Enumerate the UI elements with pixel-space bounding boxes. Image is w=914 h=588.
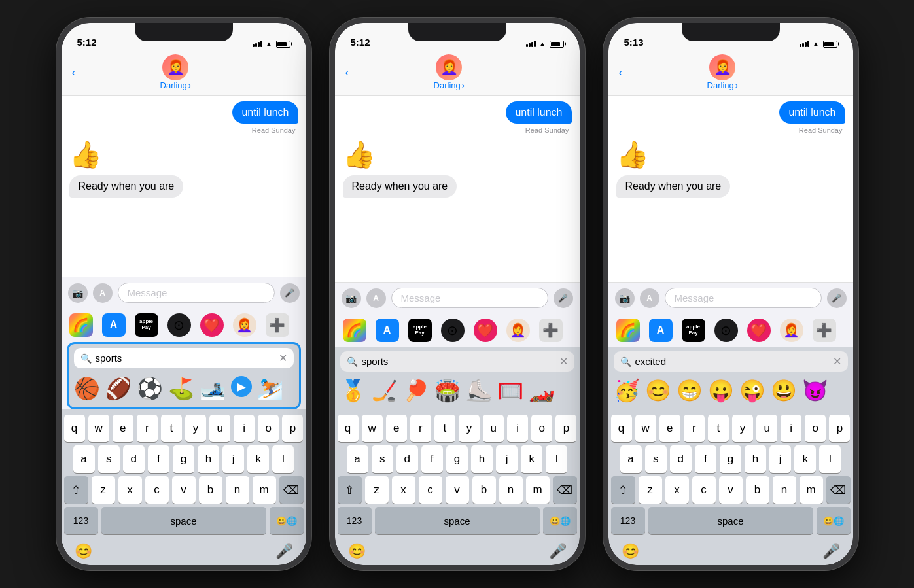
emoji-3-1[interactable]: 😊 (645, 378, 671, 403)
emoji-3-3[interactable]: 😛 (708, 378, 734, 403)
camera-button-3[interactable]: 📷 (615, 288, 635, 308)
clear-button-2[interactable]: ✕ (559, 355, 568, 368)
key-3-o[interactable]: o (805, 415, 826, 442)
emoji-1-2[interactable]: ⚽ (137, 376, 163, 401)
key-2-i[interactable]: i (507, 415, 528, 442)
screentime-app-2[interactable]: ⊙ (441, 319, 465, 342)
key-n[interactable]: n (226, 476, 249, 504)
applepay-app-3[interactable]: apple Pay (682, 319, 705, 342)
key-m[interactable]: m (253, 476, 276, 504)
key-2-t[interactable]: t (434, 415, 455, 442)
emoji-1-1[interactable]: 🏈 (105, 376, 132, 401)
key-b[interactable]: b (199, 476, 222, 504)
emoji-3-2[interactable]: 😁 (677, 378, 703, 403)
key-2-d[interactable]: d (396, 445, 418, 473)
more-arrow-1[interactable]: ▶ (231, 376, 252, 397)
message-input-2[interactable]: Message (391, 288, 548, 308)
key-3-e[interactable]: e (659, 415, 680, 442)
key-3-t[interactable]: t (708, 415, 729, 442)
key-2-m[interactable]: m (526, 476, 550, 504)
key-3-z[interactable]: z (639, 476, 662, 504)
emoji-1-5[interactable]: ⛷️ (257, 376, 283, 401)
key-2-j[interactable]: j (496, 445, 518, 473)
more-app-3[interactable]: ➕ (813, 319, 836, 342)
space-key-1[interactable]: space (101, 507, 266, 534)
key-j[interactable]: j (222, 445, 244, 473)
space-key-2[interactable]: space (375, 507, 540, 534)
key-a[interactable]: a (73, 445, 95, 473)
emoji-1-0[interactable]: 🏀 (74, 376, 100, 401)
screentime-app-3[interactable]: ⊙ (714, 319, 738, 342)
key-3-f[interactable]: f (695, 445, 716, 473)
emoji-1-3[interactable]: ⛳ (168, 376, 194, 401)
heart-app-1[interactable]: ❤️ (200, 313, 224, 337)
key-2-a[interactable]: a (347, 445, 368, 473)
shift-key-1[interactable]: ⇧ (64, 476, 88, 504)
shift-key-2[interactable]: ⇧ (338, 476, 362, 504)
emoji-2-2[interactable]: 🏓 (403, 378, 429, 403)
key-2-w[interactable]: w (362, 415, 383, 442)
emoji-bottom-1[interactable]: 😊 (75, 543, 92, 560)
apps-button-1[interactable]: A (93, 283, 113, 303)
key-3-s[interactable]: s (645, 445, 667, 473)
key-3-p[interactable]: p (829, 415, 850, 442)
message-input-3[interactable]: Message (665, 288, 822, 308)
key-k[interactable]: k (247, 445, 269, 473)
key-3-x[interactable]: x (665, 476, 689, 504)
photos-app-3[interactable]: 🌈 (616, 319, 640, 342)
screentime-app-1[interactable]: ⊙ (167, 313, 191, 337)
shift-key-3[interactable]: ⇧ (611, 476, 635, 504)
key-2-u[interactable]: u (483, 415, 504, 442)
mic-bottom-3[interactable]: 🎤 (822, 543, 840, 560)
key-2-n[interactable]: n (499, 476, 523, 504)
key-c[interactable]: c (145, 476, 169, 504)
key-2-y[interactable]: y (459, 415, 480, 442)
photos-app-2[interactable]: 🌈 (343, 319, 366, 342)
key-3-u[interactable]: u (756, 415, 777, 442)
key-2-l[interactable]: l (546, 445, 567, 473)
key-s[interactable]: s (98, 445, 120, 473)
photos-app-1[interactable]: 🌈 (69, 313, 93, 337)
emoji-3-0[interactable]: 🥳 (614, 378, 640, 403)
key-2-x[interactable]: x (392, 476, 415, 504)
key-p[interactable]: p (282, 415, 303, 442)
key-3-w[interactable]: w (635, 415, 656, 442)
key-2-r[interactable]: r (410, 415, 431, 442)
search-input-2[interactable] (362, 356, 555, 367)
emoji-2-4[interactable]: ⛸️ (466, 378, 492, 403)
key-3-y[interactable]: y (732, 415, 753, 442)
key-2-o[interactable]: o (531, 415, 552, 442)
camera-button-2[interactable]: 📷 (342, 288, 361, 308)
key-u[interactable]: u (209, 415, 230, 442)
key-3-r[interactable]: r (684, 415, 705, 442)
key-x[interactable]: x (118, 476, 142, 504)
contact-name-3[interactable]: Darling › (707, 80, 739, 90)
audio-button-1[interactable]: 🎤 (280, 283, 300, 303)
key-o[interactable]: o (258, 415, 279, 442)
key-3-g[interactable]: g (720, 445, 741, 473)
message-input-1[interactable]: Message (118, 283, 275, 303)
back-button-3[interactable]: ‹ (619, 66, 623, 79)
more-app-2[interactable]: ➕ (539, 319, 563, 342)
emoji-2-0[interactable]: 🥇 (340, 378, 366, 403)
appstore-app-2[interactable]: A (376, 319, 399, 342)
key-3-b[interactable]: b (746, 476, 769, 504)
key-t[interactable]: t (161, 415, 182, 442)
audio-button-2[interactable]: 🎤 (554, 288, 573, 308)
key-3-i[interactable]: i (781, 415, 801, 442)
key-e[interactable]: e (113, 415, 133, 442)
key-3-j[interactable]: j (769, 445, 791, 473)
emoji-3-4[interactable]: 😜 (739, 378, 765, 403)
back-button-2[interactable]: ‹ (345, 66, 349, 79)
key-d[interactable]: d (123, 445, 145, 473)
key-2-k[interactable]: k (521, 445, 542, 473)
applepay-app-1[interactable]: apple Pay (135, 313, 158, 337)
contact-name-2[interactable]: Darling › (434, 80, 465, 90)
apps-button-2[interactable]: A (366, 288, 386, 308)
search-input-1[interactable] (96, 353, 275, 364)
key-q[interactable]: q (64, 415, 85, 442)
key-2-v[interactable]: v (446, 476, 469, 504)
contact-name-1[interactable]: Darling › (160, 80, 192, 90)
key-2-g[interactable]: g (446, 445, 468, 473)
mic-bottom-2[interactable]: 🎤 (549, 543, 567, 560)
